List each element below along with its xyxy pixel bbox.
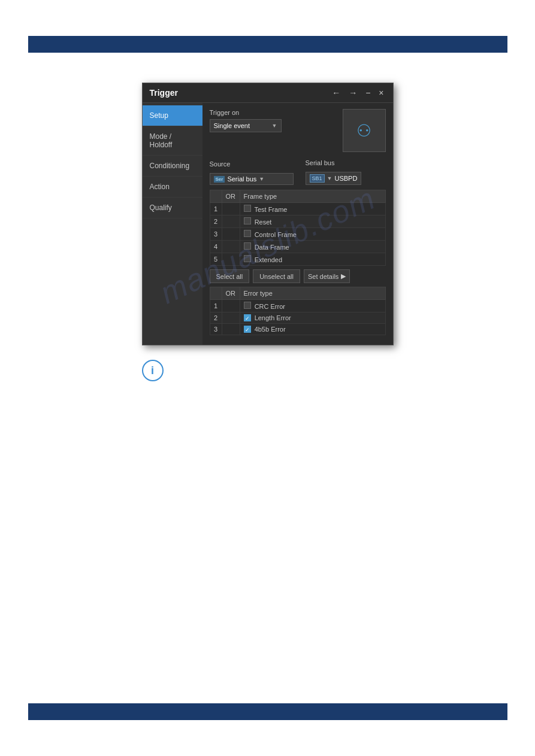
dialog-title: Trigger <box>150 88 178 98</box>
source-icon: Ser <box>214 176 225 183</box>
checkbox-icon[interactable] <box>244 255 251 262</box>
source-label: Source <box>210 160 294 168</box>
row-or <box>222 203 240 215</box>
row-num: 5 <box>210 253 222 266</box>
sidebar-item-mode-holdoff[interactable]: Mode / Holdoff <box>143 126 202 156</box>
frame-label: Data Frame <box>255 244 289 251</box>
dialog-controls: ← → − × <box>330 88 385 98</box>
set-details-button[interactable]: Set details ▶ <box>304 269 350 283</box>
row-or <box>222 312 240 324</box>
dialog-body: Setup Mode / Holdoff Conditioning Action… <box>143 103 393 345</box>
row-checkbox-cell[interactable]: ✓ Length Error <box>240 312 385 324</box>
frame-type-row[interactable]: 4 Data Frame <box>210 241 385 253</box>
sidebar: Setup Mode / Holdoff Conditioning Action… <box>143 103 202 345</box>
minimize-button[interactable]: − <box>364 88 372 98</box>
row-checkbox-cell[interactable]: Reset <box>240 215 385 228</box>
usb-icon: ⚇ <box>356 121 371 141</box>
checkbox-icon[interactable]: ✓ <box>244 314 251 321</box>
row-num: 3 <box>210 324 222 335</box>
serial-bus-col: Serial bus SB1 ▼ USBPD <box>306 159 362 185</box>
row-num: 2 <box>210 312 222 324</box>
dialog-titlebar: Trigger ← → − × <box>143 83 393 103</box>
info-icon: i <box>142 360 164 381</box>
error-type-table: OR Error type 1 CRC Error 2 ✓ Length Err… <box>210 287 386 335</box>
frame-type-row[interactable]: 5 Extended <box>210 253 385 266</box>
frame-type-table: OR Frame type 1 Test Frame 2 Reset <box>210 190 386 266</box>
checkbox-icon[interactable] <box>244 302 251 309</box>
trigger-on-dropdown[interactable]: Single event ▼ <box>210 119 282 132</box>
frame-label: Reset <box>255 218 272 226</box>
usb-icon-box: ⚇ <box>343 109 386 152</box>
source-row: Source Ser Serial bus ▼ Serial bus SB1 ▼… <box>210 159 386 185</box>
error-table-or-header: OR <box>222 287 240 300</box>
trigger-on-row: Trigger on Single event ▼ ⚇ <box>210 109 386 152</box>
row-num: 1 <box>210 203 222 215</box>
frame-table-or-header: OR <box>222 190 240 203</box>
bottom-bar <box>28 703 507 720</box>
serial-bus-dropdown[interactable]: SB1 ▼ USBPD <box>306 172 362 185</box>
error-label: Length Error <box>255 314 291 321</box>
checkbox-icon[interactable] <box>244 242 251 250</box>
error-type-row[interactable]: 3 ✓ 4b5b Error <box>210 324 385 335</box>
error-label: CRC Error <box>255 303 285 310</box>
source-dropdown[interactable]: Ser Serial bus ▼ <box>210 173 294 185</box>
row-checkbox-cell[interactable]: Extended <box>240 253 385 266</box>
close-button[interactable]: × <box>377 88 385 98</box>
error-type-row[interactable]: 1 CRC Error <box>210 300 385 312</box>
error-table-num-header <box>210 287 222 300</box>
error-table-type-header: Error type <box>240 287 385 300</box>
frame-table-num-header <box>210 190 222 203</box>
back-button[interactable]: ← <box>330 88 342 98</box>
serial-bus-label: Serial bus <box>306 159 362 166</box>
row-or <box>222 253 240 266</box>
checkbox-icon[interactable] <box>244 230 251 237</box>
sidebar-item-qualify[interactable]: Qualify <box>143 198 202 218</box>
row-checkbox-cell[interactable]: Test Frame <box>240 203 385 215</box>
forward-button[interactable]: → <box>347 88 359 98</box>
source-col: Source Ser Serial bus ▼ <box>210 160 294 185</box>
source-dropdown-arrow-icon: ▼ <box>259 176 264 182</box>
row-or <box>222 228 240 241</box>
top-bar <box>28 36 507 53</box>
row-num: 4 <box>210 241 222 253</box>
row-or <box>222 241 240 253</box>
row-or <box>222 215 240 228</box>
trigger-dialog: Trigger ← → − × Setup Mode / Holdoff Con… <box>142 83 394 345</box>
frame-label: Extended <box>255 256 282 263</box>
frame-label: Control Frame <box>255 231 297 238</box>
trigger-on-label: Trigger on <box>210 109 337 116</box>
row-num: 2 <box>210 215 222 228</box>
sb-badge: SB1 <box>310 174 325 183</box>
row-or <box>222 300 240 312</box>
row-or <box>222 324 240 335</box>
frame-type-btn-row: Select all Unselect all Set details ▶ <box>210 269 386 283</box>
unselect-all-button[interactable]: Unselect all <box>253 269 300 283</box>
info-section: i <box>142 360 394 381</box>
row-checkbox-cell[interactable]: ✓ 4b5b Error <box>240 324 385 335</box>
sidebar-item-action[interactable]: Action <box>143 177 202 198</box>
row-checkbox-cell[interactable]: CRC Error <box>240 300 385 312</box>
page-content: Trigger ← → − × Setup Mode / Holdoff Con… <box>0 53 535 381</box>
error-label: 4b5b Error <box>255 326 286 333</box>
set-details-arrow-icon: ▶ <box>341 272 346 280</box>
error-type-row[interactable]: 2 ✓ Length Error <box>210 312 385 324</box>
frame-table-type-header: Frame type <box>240 190 385 203</box>
frame-type-row[interactable]: 2 Reset <box>210 215 385 228</box>
main-panel: Trigger on Single event ▼ ⚇ Source <box>202 103 393 345</box>
frame-type-row[interactable]: 1 Test Frame <box>210 203 385 215</box>
sidebar-item-setup[interactable]: Setup <box>143 105 202 126</box>
sidebar-item-conditioning[interactable]: Conditioning <box>143 156 202 177</box>
dropdown-arrow-icon: ▼ <box>272 123 277 129</box>
sb-dropdown-arrow-icon: ▼ <box>327 175 333 181</box>
checkbox-icon[interactable] <box>244 217 251 224</box>
frame-type-row[interactable]: 3 Control Frame <box>210 228 385 241</box>
frame-label: Test Frame <box>254 206 287 213</box>
row-num: 1 <box>210 300 222 312</box>
row-checkbox-cell[interactable]: Control Frame <box>240 228 385 241</box>
row-checkbox-cell[interactable]: Data Frame <box>240 241 385 253</box>
trigger-on-left: Trigger on Single event ▼ <box>210 109 337 132</box>
row-num: 3 <box>210 228 222 241</box>
checkbox-icon[interactable]: ✓ <box>244 326 251 333</box>
select-all-button[interactable]: Select all <box>210 269 250 283</box>
checkbox-icon[interactable] <box>244 205 251 212</box>
